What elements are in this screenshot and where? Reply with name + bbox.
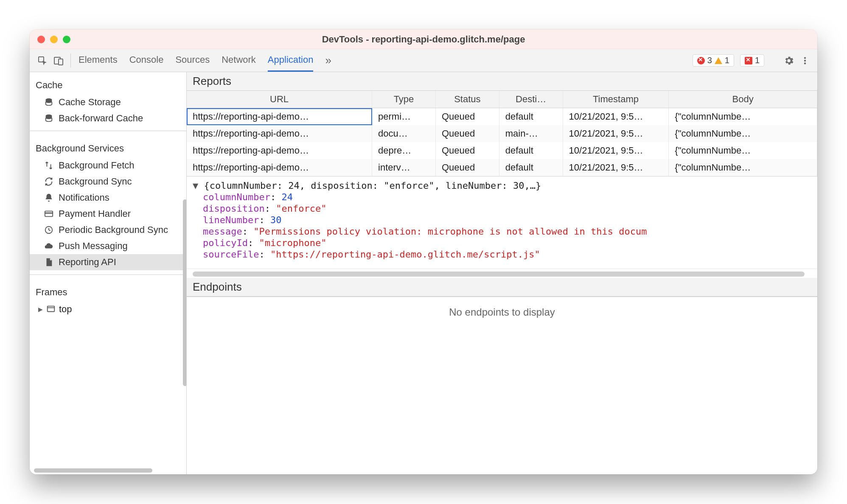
settings-icon[interactable]	[783, 55, 794, 66]
svg-point-4	[804, 59, 806, 61]
cell-time: 10/21/2021, 9:5…	[563, 108, 669, 125]
sidebar-item-periodic-bg-sync[interactable]: Periodic Background Sync	[30, 222, 186, 238]
cell-dest: default	[499, 142, 563, 159]
tab-sources[interactable]: Sources	[175, 49, 210, 72]
disclosure-triangle-icon[interactable]: ▶	[38, 306, 43, 313]
sidebar-item-bf-cache[interactable]: Back-forward Cache	[30, 110, 186, 126]
detail-key: sourceFile	[203, 249, 259, 260]
svg-rect-8	[45, 211, 53, 217]
issues-count: 1	[755, 56, 760, 65]
sidebar-item-label: Push Messaging	[59, 241, 128, 252]
cell-time: 10/21/2021, 9:5…	[563, 142, 669, 159]
cell-url: https://reporting-api-demo…	[187, 125, 372, 142]
detail-key: policyId	[203, 238, 248, 248]
cell-dest: main-…	[499, 125, 563, 142]
reporting-api-panel: Reports URL Type Status Desti… Timestamp…	[187, 72, 817, 474]
sidebar-item-label: Cache Storage	[59, 97, 121, 108]
cell-time: 10/21/2021, 9:5…	[563, 125, 669, 142]
reports-table-header: URL Type Status Desti… Timestamp Body	[187, 91, 817, 108]
detail-value: 30	[270, 215, 282, 225]
svg-point-3	[804, 57, 806, 59]
tab-application[interactable]: Application	[268, 49, 314, 72]
sidebar-section-bg-services: Background Services	[30, 135, 186, 157]
tab-console[interactable]: Console	[129, 49, 164, 72]
devtools-toolbar: Elements Console Sources Network Applica…	[30, 49, 817, 72]
cell-type: depre…	[372, 142, 436, 159]
window-title: DevTools - reporting-api-demo.glitch.me/…	[30, 34, 817, 45]
sidebar-item-label: Periodic Background Sync	[59, 224, 168, 235]
cell-dest: default	[499, 159, 563, 176]
detail-value: "enforce"	[276, 203, 326, 214]
database-icon	[44, 114, 53, 123]
cell-type: permi…	[372, 108, 436, 125]
endpoints-section-header: Endpoints	[187, 278, 817, 297]
sidebar-item-frame-top[interactable]: ▶ top	[30, 301, 186, 317]
table-row[interactable]: https://reporting-api-demo… depre… Queue…	[187, 142, 817, 159]
errors-count: 3	[707, 56, 712, 65]
sidebar-item-notifications[interactable]: Notifications	[30, 190, 186, 206]
sidebar-item-bg-fetch[interactable]: Background Fetch	[30, 157, 186, 174]
details-horizontal-scrollbar[interactable]	[187, 269, 817, 278]
error-icon	[697, 57, 705, 64]
svg-point-5	[804, 62, 806, 64]
reports-table: URL Type Status Desti… Timestamp Body ht…	[187, 91, 817, 176]
tab-network[interactable]: Network	[222, 49, 256, 72]
cell-url: https://reporting-api-demo…	[187, 142, 372, 159]
table-row[interactable]: https://reporting-api-demo… docu… Queued…	[187, 125, 817, 142]
issues-badge[interactable]: 1	[740, 54, 764, 67]
cell-body: {"columnNumbe…	[669, 108, 817, 125]
transfer-icon	[44, 161, 53, 170]
sidebar-item-reporting-api[interactable]: Reporting API	[30, 254, 186, 270]
table-row[interactable]: https://reporting-api-demo… interv… Queu…	[187, 159, 817, 176]
col-timestamp[interactable]: Timestamp	[563, 91, 669, 108]
frame-icon	[46, 305, 56, 314]
cell-type: interv…	[372, 159, 436, 176]
tab-elements[interactable]: Elements	[79, 49, 118, 72]
cell-dest: default	[499, 108, 563, 125]
sidebar-item-label: Notifications	[59, 192, 109, 203]
cell-type: docu…	[372, 125, 436, 142]
sidebar-horizontal-scrollbar[interactable]	[30, 468, 186, 474]
devtools-tabs: Elements Console Sources Network Applica…	[74, 49, 336, 72]
cell-time: 10/21/2021, 9:5…	[563, 159, 669, 176]
sync-icon	[44, 177, 53, 186]
sidebar-item-label: Payment Handler	[59, 208, 131, 219]
issue-icon	[745, 57, 752, 64]
cell-url: https://reporting-api-demo…	[187, 108, 372, 125]
col-url[interactable]: URL	[187, 91, 372, 108]
sidebar-section-frames: Frames	[30, 279, 186, 301]
sidebar-item-label: Reporting API	[59, 257, 116, 268]
sidebar-item-label: Background Fetch	[59, 160, 135, 171]
cell-status: Queued	[436, 108, 499, 125]
cell-body: {"columnNumbe…	[669, 159, 817, 176]
col-status[interactable]: Status	[436, 91, 499, 108]
sidebar-item-push-messaging[interactable]: Push Messaging	[30, 238, 186, 254]
col-type[interactable]: Type	[372, 91, 436, 108]
cell-status: Queued	[436, 159, 499, 176]
console-errors-badge[interactable]: 3 1	[693, 54, 734, 67]
detail-value: "Permissions policy violation: microphon…	[253, 226, 647, 237]
sidebar-item-bg-sync[interactable]: Background Sync	[30, 174, 186, 190]
device-toggle-icon[interactable]	[53, 56, 64, 66]
table-row[interactable]: https://reporting-api-demo… permi… Queue…	[187, 108, 817, 125]
credit-card-icon	[44, 209, 53, 218]
inspect-element-icon[interactable]	[37, 56, 48, 66]
minimize-window-button[interactable]	[50, 36, 58, 43]
sidebar-item-payment-handler[interactable]: Payment Handler	[30, 206, 186, 222]
detail-key: columnNumber	[203, 192, 270, 202]
sidebar-item-cache-storage[interactable]: Cache Storage	[30, 94, 186, 110]
cell-status: Queued	[436, 142, 499, 159]
document-icon	[44, 258, 53, 267]
cell-status: Queued	[436, 125, 499, 142]
expand-toggle-icon[interactable]: ▼	[193, 180, 204, 191]
more-tabs-icon[interactable]: »	[325, 49, 331, 72]
zoom-window-button[interactable]	[63, 36, 70, 43]
col-body[interactable]: Body	[669, 91, 817, 108]
close-window-button[interactable]	[37, 36, 45, 43]
detail-key: disposition	[203, 203, 265, 214]
detail-key: message	[203, 226, 242, 237]
more-options-icon[interactable]	[800, 55, 810, 66]
col-destination[interactable]: Desti…	[499, 91, 563, 108]
cell-url: https://reporting-api-demo…	[187, 159, 372, 176]
detail-value: "https://reporting-api-demo.glitch.me/sc…	[270, 249, 540, 260]
